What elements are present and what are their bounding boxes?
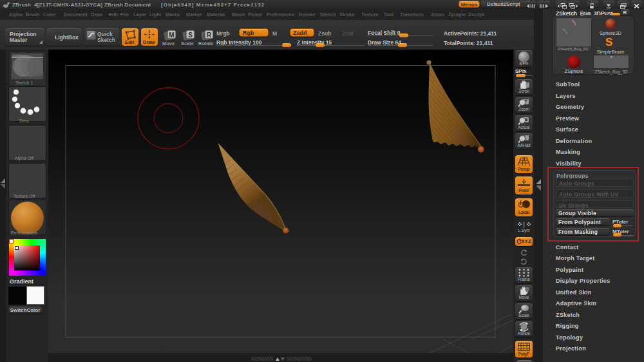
svg-text:S: S: [188, 32, 193, 39]
svg-text:R: R: [207, 32, 212, 39]
svg-text:M: M: [169, 32, 174, 39]
